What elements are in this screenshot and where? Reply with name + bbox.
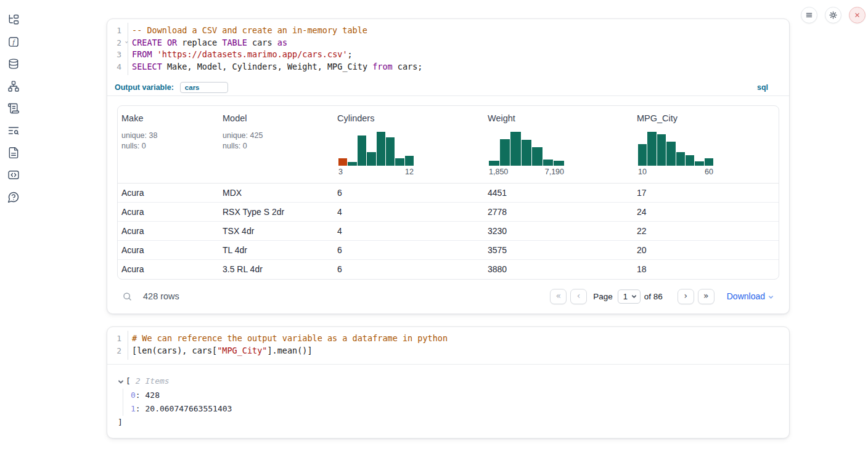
logs-search-icon[interactable] xyxy=(6,123,21,138)
histogram-bar xyxy=(666,142,675,166)
snippets-icon[interactable] xyxy=(6,168,21,182)
column-header-model[interactable]: Modelunique: 425nulls: 0 xyxy=(219,106,334,183)
variables-icon[interactable]: f xyxy=(6,34,21,49)
table-body: AcuraMDX6445117AcuraRSX Type S 2dr427782… xyxy=(118,184,779,279)
tree-item: 0: 428 xyxy=(131,389,779,402)
column-stats: unique: 425nulls: 0 xyxy=(223,131,330,152)
code-line[interactable]: 1-- Download a CSV and create an in-memo… xyxy=(107,25,789,37)
close-icon xyxy=(853,10,862,20)
language-badge: sql xyxy=(757,83,768,92)
table-cell: Acura xyxy=(118,264,219,274)
table-cell: 17 xyxy=(633,188,779,198)
code-text: # We can reference the output variable a… xyxy=(128,333,448,345)
axis-min-label: 3 xyxy=(338,168,343,176)
table-footer: 428 rows « ‹ Page 1 of 86 › » Download xyxy=(107,280,789,313)
output-variable-input[interactable] xyxy=(180,82,228,93)
fold-chevron-icon[interactable]: ⌄ xyxy=(125,35,128,47)
code-text: [len(cars), cars["MPG_City"].mean()] xyxy=(128,345,313,357)
python-code-editor[interactable]: 1# We can reference the output variable … xyxy=(107,327,789,365)
column-title: Cylinders xyxy=(337,113,480,124)
histogram-bar xyxy=(686,155,694,166)
scratchpad-icon[interactable] xyxy=(6,101,21,116)
help-icon[interactable] xyxy=(6,190,21,204)
table-cell: 6 xyxy=(334,264,484,274)
next-page-button[interactable]: › xyxy=(678,289,694,304)
code-line[interactable]: 2⌄CREATE OR replace TABLE cars as xyxy=(107,37,789,49)
search-icon[interactable] xyxy=(122,291,133,302)
axis-min-label: 10 xyxy=(638,168,647,176)
histogram-axis: 1060 xyxy=(638,168,713,176)
table-row: AcuraTSX 4dr4323022 xyxy=(118,222,779,241)
gutter-separator xyxy=(128,331,128,360)
open-bracket: [ xyxy=(126,374,131,388)
table-cell: 3230 xyxy=(484,226,633,236)
histogram-bars xyxy=(338,132,414,166)
stat-line: nulls: 0 xyxy=(121,141,215,152)
code-text: SELECT Make, Model, Cylinders, Weight, M… xyxy=(128,61,422,73)
page-select[interactable]: 1 xyxy=(618,289,641,304)
sql-code-editor[interactable]: 1-- Download a CSV and create an in-memo… xyxy=(107,19,789,79)
items-count-label: 2 Items xyxy=(136,374,170,388)
histogram-axis: 312 xyxy=(338,168,414,176)
histogram-bar xyxy=(377,132,385,166)
histogram-bar xyxy=(510,132,521,166)
table-cell: TL 4dr xyxy=(219,245,334,255)
prev-page-button[interactable]: ‹ xyxy=(570,289,587,304)
column-title: MPG_City xyxy=(637,113,775,124)
first-page-button[interactable]: « xyxy=(550,289,567,304)
column-title: Model xyxy=(223,113,330,124)
table-cell: TSX 4dr xyxy=(219,226,334,236)
menu-button[interactable] xyxy=(801,7,817,23)
settings-gear-icon xyxy=(829,10,838,20)
column-stats: unique: 38nulls: 0 xyxy=(121,131,215,152)
column-histogram: 312 xyxy=(338,132,414,176)
histogram-bar xyxy=(705,158,713,166)
table-cell: 22 xyxy=(633,226,779,236)
axis-max-label: 12 xyxy=(405,168,414,176)
row-count: 428 rows xyxy=(143,291,179,301)
helper-panel-sidebar: f xyxy=(0,0,27,204)
line-number: 4 xyxy=(107,61,128,73)
gutter-separator xyxy=(128,23,128,75)
dependency-graph-icon[interactable] xyxy=(6,79,21,94)
collapse-caret-icon[interactable] xyxy=(118,379,124,385)
settings-button[interactable] xyxy=(825,7,841,23)
histogram-bar xyxy=(338,158,347,166)
last-page-button[interactable]: » xyxy=(698,289,714,304)
table-cell: Acura xyxy=(118,226,219,236)
page-total-label: of 86 xyxy=(644,292,663,301)
menu-icon xyxy=(805,10,814,20)
notebook-actions xyxy=(801,7,866,23)
code-line[interactable]: 3FROM 'https://datasets.marimo.app/cars.… xyxy=(107,49,789,61)
page-select-value: 1 xyxy=(623,292,628,301)
histogram-bar xyxy=(348,162,356,166)
table-cell: 6 xyxy=(334,188,484,198)
download-label: Download xyxy=(727,291,765,301)
column-title: Make xyxy=(121,113,215,124)
pagination: « ‹ Page 1 of 86 › » Download xyxy=(550,289,774,304)
download-button[interactable]: Download xyxy=(727,291,774,301)
file-tree-icon[interactable] xyxy=(6,12,21,27)
column-title: Weight xyxy=(488,113,629,124)
documentation-icon[interactable] xyxy=(6,145,21,160)
tree-root-line: [ 2 Items xyxy=(118,374,779,388)
table-cell: Acura xyxy=(118,207,219,217)
shutdown-button[interactable] xyxy=(849,7,866,23)
output-variable-row: Output variable: sql xyxy=(107,79,789,96)
datasources-icon[interactable] xyxy=(6,57,21,71)
histogram-bar xyxy=(554,161,564,166)
tree-item-key: 1 xyxy=(131,404,136,413)
histogram-bars xyxy=(638,132,713,166)
histogram-bar xyxy=(367,152,375,166)
table-cell: Acura xyxy=(118,188,219,198)
histogram-bar xyxy=(500,139,510,165)
code-line[interactable]: 1# We can reference the output variable … xyxy=(107,333,789,345)
histogram-bar xyxy=(657,134,666,166)
column-header-weight[interactable]: Weight1,8507,190 xyxy=(484,106,633,183)
column-header-cylinders[interactable]: Cylinders312 xyxy=(334,106,484,183)
column-header-mpg_city[interactable]: MPG_City1060 xyxy=(633,106,779,183)
code-line[interactable]: 4SELECT Make, Model, Cylinders, Weight, … xyxy=(107,61,789,73)
code-line[interactable]: 2[len(cars), cars["MPG_City"].mean()] xyxy=(107,345,789,357)
column-header-make[interactable]: Makeunique: 38nulls: 0 xyxy=(118,106,219,183)
table-cell: 3880 xyxy=(484,264,633,274)
